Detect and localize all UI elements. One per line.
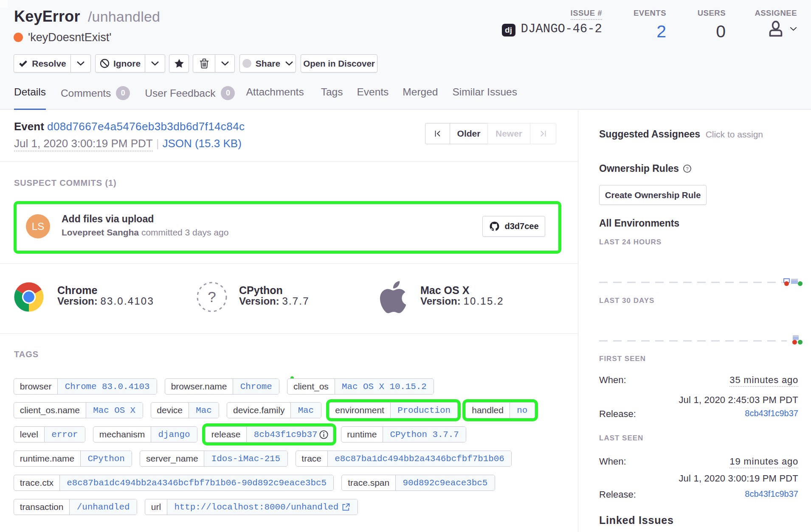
svg-text:?: ? [686, 166, 689, 171]
